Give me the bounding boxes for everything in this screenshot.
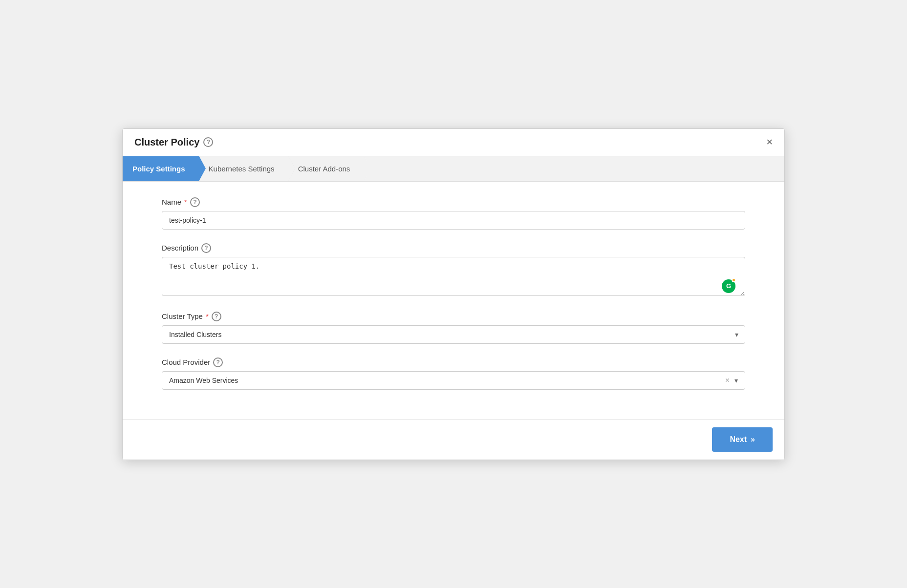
cloud-provider-help-icon[interactable]: ?: [213, 357, 223, 367]
tab-policy-settings[interactable]: Policy Settings: [123, 156, 199, 181]
grammarly-icon: G: [722, 279, 735, 293]
tab-cluster-addons[interactable]: Cluster Add-ons: [288, 156, 364, 181]
description-field-group: Description ? G: [162, 243, 745, 298]
cluster-type-select-wrapper: Installed Clusters ▾: [162, 325, 745, 344]
modal-body: Name * ? Description ? G Cluste: [123, 182, 784, 419]
next-button-chevron: »: [751, 435, 755, 444]
next-button-label: Next: [730, 435, 747, 444]
description-label: Description ?: [162, 243, 745, 253]
cluster-type-select[interactable]: Installed Clusters: [162, 325, 745, 344]
name-required-star: *: [184, 198, 187, 206]
modal-footer: Next »: [123, 419, 784, 460]
cloud-provider-arrow-icon[interactable]: ▾: [733, 377, 740, 384]
modal-title-text: Cluster Policy: [134, 137, 199, 148]
name-input[interactable]: [162, 211, 745, 230]
next-button[interactable]: Next »: [712, 427, 773, 452]
tab-navigation: Policy Settings Kubernetes Settings Clus…: [123, 156, 784, 182]
name-field-group: Name * ?: [162, 197, 745, 230]
close-button[interactable]: ×: [766, 137, 773, 147]
cloud-provider-clear-icon[interactable]: ×: [722, 376, 733, 385]
cluster-type-required-star: *: [206, 312, 209, 320]
cloud-provider-select-wrapper[interactable]: Amazon Web Services × ▾: [162, 371, 745, 390]
modal-header: Cluster Policy ? ×: [123, 129, 784, 156]
cluster-type-field-group: Cluster Type * ? Installed Clusters ▾: [162, 312, 745, 344]
name-help-icon[interactable]: ?: [190, 197, 200, 207]
cloud-provider-label: Cloud Provider ?: [162, 357, 745, 367]
description-textarea-wrapper: G: [162, 257, 745, 298]
cloud-provider-value: Amazon Web Services: [167, 372, 722, 389]
title-help-icon[interactable]: ?: [203, 137, 213, 147]
grammarly-notification-dot: [732, 278, 736, 282]
name-label: Name * ?: [162, 197, 745, 207]
tab-kubernetes-settings[interactable]: Kubernetes Settings: [199, 156, 288, 181]
cluster-type-label: Cluster Type * ?: [162, 312, 745, 321]
cluster-type-help-icon[interactable]: ?: [212, 312, 221, 321]
modal-container: Cluster Policy ? × Policy Settings Kuber…: [122, 128, 785, 460]
modal-title: Cluster Policy ?: [134, 137, 213, 148]
description-textarea[interactable]: [162, 257, 745, 296]
description-help-icon[interactable]: ?: [201, 243, 211, 253]
cloud-provider-field-group: Cloud Provider ? Amazon Web Services × ▾: [162, 357, 745, 390]
